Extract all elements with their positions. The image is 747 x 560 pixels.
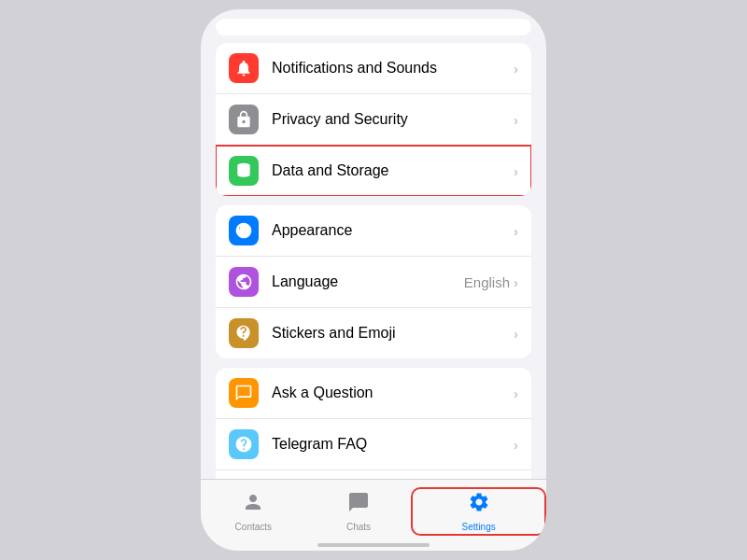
notifications-label: Notifications and Sounds [272, 60, 514, 77]
appearance-chevron: › [514, 223, 518, 239]
scroll-area: Notifications and Sounds › Privacy and S… [201, 9, 546, 479]
language-chevron: › [514, 274, 518, 290]
contacts-tab-icon [242, 491, 264, 519]
ask-chevron: › [514, 385, 518, 401]
faq-icon [229, 429, 259, 459]
faq-label: Telegram FAQ [272, 436, 514, 453]
stickers-icon [229, 318, 259, 348]
settings-tab-icon [468, 491, 490, 519]
chats-tab-icon [347, 491, 370, 519]
privacy-label: Privacy and Security [272, 111, 514, 128]
language-sublabel: English [464, 274, 510, 290]
data-storage-label: Data and Storage [272, 162, 514, 179]
settings-group-2: Appearance › Language English › Stickers… [216, 205, 531, 358]
notifications-icon [229, 53, 259, 83]
row-features[interactable]: Telegram Features › [216, 470, 531, 479]
tab-contacts[interactable]: Contacts [201, 491, 306, 532]
top-partial-row [216, 19, 531, 35]
row-ask[interactable]: Ask a Question › [216, 368, 531, 419]
appearance-icon [229, 216, 259, 245]
notifications-chevron: › [514, 61, 518, 77]
tab-chats[interactable]: Chats [306, 491, 412, 532]
row-privacy[interactable]: Privacy and Security › [216, 94, 531, 146]
settings-tab-label: Settings [462, 522, 496, 532]
contacts-tab-label: Contacts [235, 522, 272, 532]
tab-settings[interactable]: Settings [411, 487, 546, 536]
appearance-label: Appearance [272, 222, 514, 239]
chats-tab-label: Chats [346, 522, 371, 532]
row-data-storage[interactable]: Data and Storage › [216, 146, 531, 196]
ask-icon [229, 378, 259, 408]
privacy-chevron: › [514, 112, 518, 128]
row-stickers[interactable]: Stickers and Emoji › [216, 308, 531, 358]
row-faq[interactable]: Telegram FAQ › [216, 419, 531, 470]
ask-label: Ask a Question [272, 385, 514, 401]
phone-container: Notifications and Sounds › Privacy and S… [201, 9, 546, 551]
row-language[interactable]: Language English › [216, 257, 531, 308]
language-icon [229, 267, 259, 297]
language-label: Language [272, 273, 464, 290]
stickers-label: Stickers and Emoji [272, 325, 514, 342]
data-storage-chevron: › [514, 163, 518, 179]
faq-chevron: › [514, 437, 518, 453]
row-notifications[interactable]: Notifications and Sounds › [216, 43, 531, 94]
privacy-icon [229, 105, 259, 134]
home-indicator [317, 543, 430, 547]
row-appearance[interactable]: Appearance › [216, 205, 531, 257]
stickers-chevron: › [514, 326, 518, 342]
settings-group-3: Ask a Question › Telegram FAQ › Telegram… [216, 368, 531, 479]
data-storage-icon [229, 156, 259, 186]
settings-group-1: Notifications and Sounds › Privacy and S… [216, 43, 531, 196]
tab-bar: Contacts Chats Settings [201, 479, 546, 551]
